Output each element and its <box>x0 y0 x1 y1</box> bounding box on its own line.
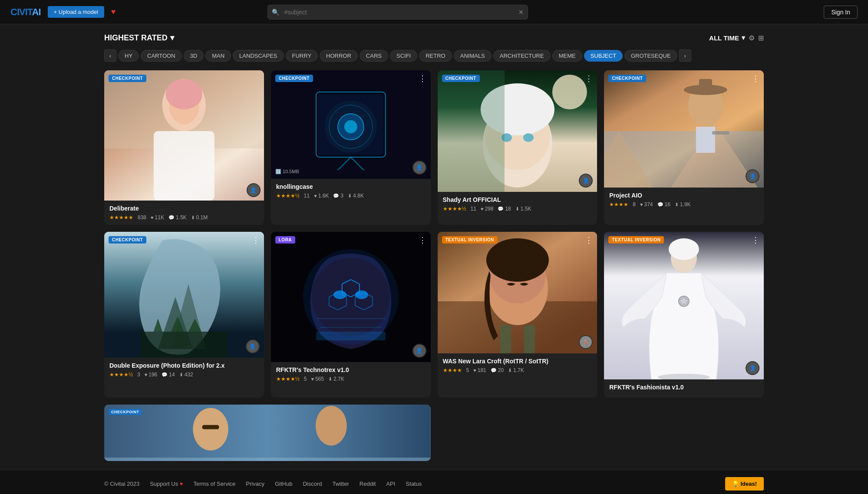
tab-hy[interactable]: HY <box>118 50 139 62</box>
card-menu-shady[interactable]: ⋮ <box>585 75 593 82</box>
filter-right: ALL TIME ▾ ⚙ ⊞ <box>709 34 764 42</box>
card-title-shady: Shady Art OFFICIAL <box>443 196 592 203</box>
support-us-link[interactable]: Support Us ♥ <box>150 481 183 487</box>
card-badge-knolling: CHECKPOINT <box>275 75 313 82</box>
privacy-link[interactable]: Privacy <box>246 481 264 487</box>
tab-cars[interactable]: CARS <box>360 50 388 62</box>
stat-comments: 💬3 <box>333 193 343 199</box>
card-project-aio[interactable]: CHECKPOINT ⋮ 👤 Project AIO ★★★★ 8 ♥374 💬… <box>604 70 764 225</box>
tab-horror[interactable]: HORROR <box>320 50 358 62</box>
chevron-down-icon-time: ▾ <box>742 34 745 42</box>
tab-meme[interactable]: MEME <box>552 50 582 62</box>
status-link[interactable]: Status <box>406 481 422 487</box>
card-avatar-shady: 👤 <box>579 174 593 188</box>
svg-rect-3 <box>154 131 215 201</box>
heart-icon[interactable]: ♥ <box>111 7 116 16</box>
all-time-label: ALL TIME <box>709 34 739 42</box>
card-menu-lara[interactable]: ⋮ <box>585 236 593 244</box>
reddit-link[interactable]: Reddit <box>360 481 376 487</box>
github-link[interactable]: GitHub <box>275 481 292 487</box>
upload-button[interactable]: + Upload a model <box>48 6 104 18</box>
tab-furry[interactable]: FURRY <box>286 50 318 62</box>
tab-scifi[interactable]: SCIFI <box>390 50 417 62</box>
card-info-technotrex: RFKTR's Technotrex v1.0 ★★★★½ 5 ♥565 ⬇2.… <box>271 362 431 386</box>
stat-likes: ♥374 <box>640 201 653 207</box>
tab-man[interactable]: MAN <box>205 50 231 62</box>
twitter-link[interactable]: Twitter <box>333 481 349 487</box>
logo[interactable]: CIVITAI <box>10 7 41 18</box>
layout-icon[interactable]: ⊞ <box>758 34 764 42</box>
card-shady-art[interactable]: CHECKPOINT ⋮ 👤 Shady Art OFFICIAL ★★★★½ … <box>438 70 597 225</box>
card-image-technotrex: LORA ⋮ 👤 <box>271 232 431 362</box>
scroll-right-button[interactable]: › <box>679 49 691 62</box>
chevron-down-icon: ▾ <box>170 33 174 43</box>
card-image-fashionista: TEXTUAL INVERSION ⋮ 👤 <box>604 232 764 379</box>
card-menu-double[interactable]: ⋮ <box>252 236 260 244</box>
tab-retro[interactable]: RETRO <box>419 50 452 62</box>
sign-in-button[interactable]: Sign In <box>824 6 858 19</box>
card-info-deliberate: Deliberate ★★★★★ 838 ♥11K 💬1.5K ⬇0.1M <box>104 201 264 225</box>
card-menu-aio[interactable]: ⋮ <box>752 75 759 82</box>
card-info-fashionista: RFKTR's Fashionista v1.0 <box>604 379 764 398</box>
card-info-double: Double Exposure (Photo Edition) for 2.x … <box>104 358 264 382</box>
svg-rect-22 <box>438 70 505 192</box>
footer-copyright: © Civitai 2023 <box>104 481 139 487</box>
card-title-double: Double Exposure (Photo Edition) for 2.x <box>109 362 259 369</box>
stat-downloads: ⬇1.9K <box>675 201 691 207</box>
card-double-exposure[interactable]: CHECKPOINT ⋮ 👤 Double Exposure (Photo Ed… <box>104 232 264 398</box>
card-deliberate[interactable]: CHECKPOINT 👤 Deliberate ★★★★★ 838 ♥11K 💬… <box>104 70 264 225</box>
card-rating-count: 838 <box>138 214 146 221</box>
card-badge-fashionista: TEXTUAL INVERSION <box>608 236 664 244</box>
svg-point-44 <box>355 290 368 299</box>
svg-rect-35 <box>141 332 228 358</box>
scroll-left-button[interactable]: ‹ <box>104 49 116 62</box>
svg-rect-62 <box>104 405 431 461</box>
card-stars: ★★★★½ <box>276 376 300 382</box>
highest-rated-filter[interactable]: HIGHEST RATED ▾ <box>104 33 174 43</box>
card-stars: ★★★★½ <box>443 206 466 212</box>
stat-comments: 💬14 <box>162 372 175 378</box>
card-menu-technotrex[interactable]: ⋮ <box>419 236 426 244</box>
tab-landscapes[interactable]: LANDSCAPES <box>233 50 284 62</box>
card-rating-count: 11 <box>471 206 476 212</box>
ideas-button[interactable]: 💡 Ideas! <box>725 477 764 491</box>
card-fashionista[interactable]: TEXTUAL INVERSION ⋮ 👤 RFKTR's Fashionist… <box>604 232 764 398</box>
card-image-aio: CHECKPOINT ⋮ 👤 <box>604 70 764 188</box>
card-title-lara: WAS New Lara Croft (RotTR / SotTR) <box>443 358 592 365</box>
card-badge-shady: CHECKPOINT <box>442 75 480 82</box>
heart-footer-icon: ♥ <box>180 481 183 487</box>
header: CIVITAI + Upload a model ♥ 🔍 ✕ Sign In <box>0 0 868 24</box>
search-input[interactable] <box>267 5 528 20</box>
terms-link[interactable]: Terms of Service <box>194 481 236 487</box>
toolbar: HIGHEST RATED ▾ ALL TIME ▾ ⚙ ⊞ <box>104 33 764 43</box>
card-menu-fashionista[interactable]: ⋮ <box>752 236 759 244</box>
card-stars: ★★★★★ <box>109 214 133 221</box>
card-title-fashionista: RFKTR's Fashionista v1.0 <box>609 384 759 391</box>
all-time-filter[interactable]: ALL TIME ▾ <box>709 34 745 42</box>
discord-link[interactable]: Discord <box>303 481 322 487</box>
card-bottom-1[interactable]: CHECKPOINT <box>104 405 431 461</box>
card-stats-deliberate: ★★★★★ 838 ♥11K 💬1.5K ⬇0.1M <box>109 214 259 221</box>
stat-likes: ♥11K <box>151 214 164 221</box>
card-technotrex[interactable]: LORA ⋮ 👤 RFKTR's Technotrex v1.0 ★★★★½ 5… <box>271 232 431 398</box>
card-image-knolling: CHECKPOINT ⋮ 👤 🔢 10.5MB <box>271 70 431 179</box>
clear-search-icon[interactable]: ✕ <box>518 9 524 16</box>
tab-grotesque[interactable]: GROTESEQUE <box>624 50 677 62</box>
card-knollingcase[interactable]: CHECKPOINT ⋮ 👤 🔢 10.5MB knollingcase ★★★… <box>271 70 431 225</box>
stat-likes: ♥196 <box>145 372 158 378</box>
tab-cartoon[interactable]: CARTOON <box>141 50 182 62</box>
tab-architecture[interactable]: ARCHITECTURE <box>493 50 551 62</box>
svg-point-63 <box>193 408 228 451</box>
card-rating-count: 11 <box>304 193 310 199</box>
tab-subject[interactable]: SUBJECT <box>584 50 623 62</box>
tab-3d[interactable]: 3D <box>184 50 204 62</box>
svg-rect-55 <box>524 325 535 353</box>
card-avatar-lara: 🦌 <box>579 335 593 349</box>
card-rating-count: 5 <box>304 376 307 382</box>
api-link[interactable]: API <box>386 481 395 487</box>
card-menu-knolling[interactable]: ⋮ <box>419 75 426 82</box>
tab-animals[interactable]: ANIMALS <box>454 50 492 62</box>
card-lara-croft[interactable]: TEXTUAL INVERSION ⋮ 🦌 WAS New Lara Croft… <box>438 232 597 398</box>
svg-rect-65 <box>202 425 219 429</box>
filter-icon[interactable]: ⚙ <box>749 34 755 42</box>
